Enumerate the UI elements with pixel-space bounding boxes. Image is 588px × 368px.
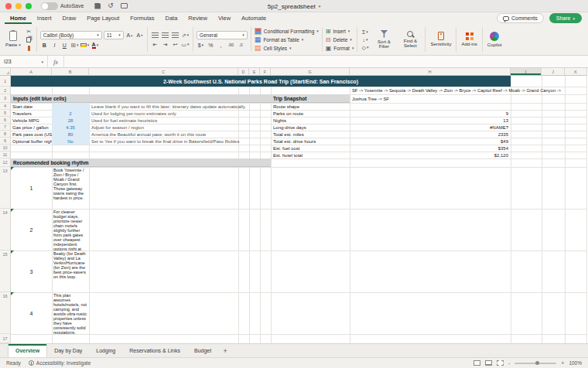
add-sheet-button[interactable]: + [218, 344, 232, 357]
column-header-e[interactable]: E [249, 68, 260, 76]
row-header[interactable]: 10 [0, 145, 11, 152]
ribbon-tab[interactable]: Data [160, 12, 183, 24]
ribbon-tab[interactable]: Page Layout [81, 12, 125, 24]
row-header[interactable]: 1 [0, 76, 11, 87]
row-header[interactable]: 2 [0, 87, 11, 94]
row-header[interactable]: 13 [0, 167, 11, 209]
bold-button[interactable]: B [40, 42, 49, 49]
snapshot-label-cell[interactable]: Est. fuel cost [271, 145, 350, 152]
input-note-cell[interactable]: America the Beautiful annual pass; worth… [89, 131, 206, 138]
column-header-j[interactable]: J [542, 68, 565, 76]
borders-button[interactable]: ⊞▾ [70, 42, 79, 49]
booking-note-number-cell[interactable]: 2 [11, 209, 52, 250]
zoom-out-button[interactable]: - [508, 360, 510, 366]
italic-button[interactable]: I [50, 42, 59, 49]
snapshot-label-cell[interactable]: Parks on route [271, 110, 350, 117]
input-value-cell[interactable]: 80 [52, 131, 89, 138]
autosave-toggle[interactable]: AutoSave [41, 2, 84, 10]
input-value-cell[interactable]: No [52, 138, 89, 145]
column-header-f[interactable]: F [260, 68, 271, 76]
booking-note-text-cell[interactable]: This plan assumes hotels/motels, not cam… [52, 292, 89, 334]
zoom-in-button[interactable]: + [561, 360, 564, 366]
increase-font-size-button[interactable]: A▴ [125, 32, 134, 39]
increase-decimal-button[interactable]: .00 [227, 42, 235, 49]
column-header-b[interactable]: B [52, 68, 89, 76]
input-value-cell[interactable]: 2 [52, 110, 89, 117]
booking-note-text-cell[interactable]: Book Yosemite / Zion / Bryce / Moab / Gr… [52, 167, 89, 209]
name-box[interactable]: I23 ▾ [0, 56, 48, 68]
column-header-g[interactable]: G [271, 68, 350, 76]
print-icon[interactable] [121, 3, 128, 9]
fill-button[interactable]: ↓▾ [361, 36, 369, 43]
title-banner-cell[interactable]: 2-Week Southwest U.S. National Parks Roa… [11, 76, 511, 87]
formula-input[interactable] [64, 56, 588, 68]
copy-button[interactable] [25, 36, 33, 43]
row-header[interactable]: 12 [0, 158, 11, 167]
input-label-cell[interactable]: Vehicle MPG [11, 117, 52, 124]
snapshot-value-cell[interactable]: $2,120 [350, 152, 511, 158]
input-label-cell[interactable]: Park pass cost (US vehicle) [11, 131, 52, 138]
ribbon-tab[interactable]: View [213, 12, 236, 24]
snapshot-label-cell[interactable]: Total est. miles [271, 131, 350, 138]
booking-section-header[interactable]: Recommended booking rhythm [11, 158, 271, 167]
zoom-window-button[interactable] [26, 3, 32, 9]
input-label-cell[interactable]: Optional buffer nights [11, 138, 52, 145]
normal-view-icon[interactable] [473, 360, 480, 366]
snapshot-section-header[interactable]: Trip Snapshot [271, 94, 350, 103]
undo-icon[interactable]: ↺ [108, 2, 114, 9]
input-label-cell[interactable]: Start date [11, 103, 52, 110]
merge-center-button[interactable]: ▭▾ [181, 41, 190, 48]
accessibility-status[interactable]: Accessibility: Investigate [29, 360, 91, 366]
snapshot-value-cell[interactable]: 2335 [350, 131, 511, 138]
snapshot-value-cell[interactable] [350, 103, 511, 110]
page-layout-view-icon[interactable] [485, 360, 492, 366]
snapshot-value-cell[interactable]: #NAME? [350, 124, 511, 131]
sheet-tab[interactable]: Day by Day [47, 344, 89, 357]
row-header[interactable]: 14 [0, 209, 11, 250]
decrease-font-size-button[interactable]: A▾ [135, 32, 144, 39]
save-icon[interactable] [94, 3, 101, 9]
column-header-a[interactable]: A [11, 68, 52, 76]
comma-format-button[interactable]: , [217, 42, 225, 49]
ribbon-tab[interactable]: Home [5, 12, 32, 24]
font-name-select[interactable]: Calibri (Body) ▾ [40, 31, 102, 39]
row-header[interactable]: 6 [0, 117, 11, 124]
zoom-level[interactable]: 100% [569, 360, 582, 366]
route-shape-line2[interactable]: Joshua Tree -> SF [352, 94, 389, 103]
autosum-button[interactable]: Σ▾ [361, 29, 369, 36]
booking-note-text-cell[interactable]: For cleaner budget stays, prioritize new… [52, 209, 89, 250]
comments-button[interactable]: Comments [497, 13, 544, 23]
row-header[interactable]: 15 [0, 250, 11, 292]
input-note-cell[interactable]: Leave blank if you want to fill this lat… [89, 103, 246, 110]
row-header[interactable]: 4 [0, 103, 11, 110]
minimize-window-button[interactable] [15, 3, 22, 9]
snapshot-value-cell[interactable]: $49 [350, 138, 511, 145]
snapshot-value-cell[interactable]: 9 [350, 110, 511, 117]
input-label-cell[interactable]: Travelers [11, 110, 52, 117]
close-window-button[interactable] [5, 3, 12, 9]
number-format-select[interactable]: General ▾ [197, 31, 248, 39]
ribbon-tab[interactable]: Draw [57, 12, 82, 24]
format-painter-button[interactable] [25, 45, 33, 52]
booking-note-number-cell[interactable]: 3 [11, 250, 52, 292]
insert-cells-button[interactable]: ⊞ Insert ▾ [326, 27, 354, 35]
paste-button[interactable]: Paste▾ [4, 30, 22, 49]
column-header-c[interactable]: C [89, 68, 238, 76]
input-note-cell[interactable]: Used for fuel estimate heuristics [89, 117, 157, 124]
cut-button[interactable]: ✂ [25, 28, 33, 35]
snapshot-label-cell[interactable]: Est. hotel total [271, 152, 350, 158]
route-shape-line1[interactable]: SF -> Yosemite -> Sequoia -> Death Valle… [352, 87, 561, 94]
sensitivity-button[interactable]: Sensitivity [429, 31, 453, 48]
input-value-cell[interactable]: 4.35 [52, 124, 89, 131]
zoom-slider-knob[interactable] [535, 361, 539, 365]
align-middle-button[interactable] [161, 32, 169, 39]
row-header[interactable]: 5 [0, 110, 11, 117]
snapshot-label-cell[interactable]: Nights [271, 117, 350, 124]
ribbon-tab[interactable]: Automate [236, 12, 272, 24]
row-header[interactable]: 11 [0, 152, 11, 158]
copilot-button[interactable]: Copilot [486, 31, 504, 49]
clear-button[interactable]: ◇▾ [361, 44, 369, 51]
decrease-decimal-button[interactable]: .0 [237, 42, 245, 49]
fill-color-button[interactable]: ▾ [80, 42, 90, 49]
increase-indent-button[interactable]: ⇥ [161, 41, 169, 48]
